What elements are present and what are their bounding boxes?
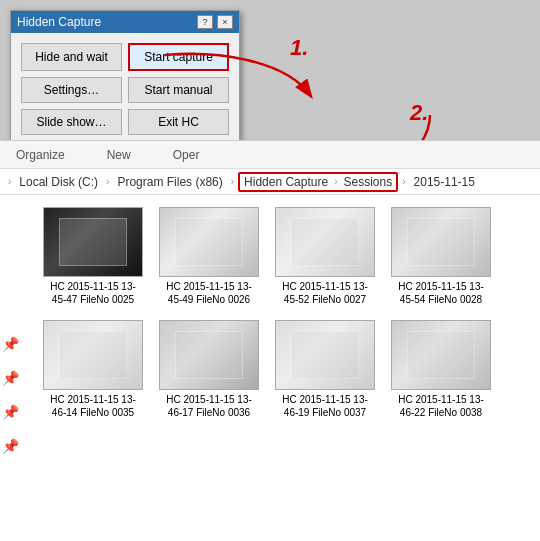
breadcrumb-hidden-capture: Hidden Capture: [244, 175, 328, 189]
pin-icon-1[interactable]: 📌: [2, 336, 19, 352]
file-thumb-inner: [44, 321, 142, 389]
file-label: HC 2015-11-15 13-46-14 FileNo 0035: [43, 393, 143, 419]
file-label: HC 2015-11-15 13-46-17 FileNo 0036: [159, 393, 259, 419]
file-thumbnail: [43, 320, 143, 390]
slide-show-button[interactable]: Slide show…: [21, 109, 122, 135]
pin-icon-4[interactable]: 📌: [2, 438, 19, 454]
file-thumb-inner: [392, 208, 490, 276]
file-item[interactable]: HC 2015-11-15 13-45-54 FileNo 0028: [386, 203, 496, 310]
toolbar-new[interactable]: New: [101, 144, 137, 166]
file-label: HC 2015-11-15 13-46-19 FileNo 0037: [275, 393, 375, 419]
file-grid: HC 2015-11-15 13-45-47 FileNo 0025HC 201…: [30, 195, 540, 431]
breadcrumb-sep-2: ›: [231, 176, 234, 187]
file-thumb-inner: [160, 208, 258, 276]
file-label: HC 2015-11-15 13-45-54 FileNo 0028: [391, 280, 491, 306]
breadcrumb-sessions: Sessions: [343, 175, 392, 189]
breadcrumb-hidden-capture-sessions[interactable]: Hidden Capture › Sessions: [238, 172, 398, 192]
file-label: HC 2015-11-15 13-46-22 FileNo 0038: [391, 393, 491, 419]
file-label: HC 2015-11-15 13-45-52 FileNo 0027: [275, 280, 375, 306]
file-thumb-inner: [160, 321, 258, 389]
breadcrumb-sep-3: ›: [334, 176, 337, 187]
file-item[interactable]: HC 2015-11-15 13-46-19 FileNo 0037: [270, 316, 380, 423]
toolbar-organize[interactable]: Organize: [10, 144, 71, 166]
file-thumbnail: [275, 207, 375, 277]
toolbar-open[interactable]: Oper: [167, 144, 206, 166]
explorer-toolbar: Organize New Oper: [0, 141, 540, 169]
file-item[interactable]: HC 2015-11-15 13-46-22 FileNo 0038: [386, 316, 496, 423]
settings-button[interactable]: Settings…: [21, 77, 122, 103]
hide-wait-button[interactable]: Hide and wait: [21, 43, 122, 71]
breadcrumb-date[interactable]: 2015-11-15: [410, 173, 479, 191]
file-item[interactable]: HC 2015-11-15 13-46-14 FileNo 0035: [38, 316, 148, 423]
exit-hc-button[interactable]: Exit HC: [128, 109, 229, 135]
breadcrumb-separator-0: ›: [8, 176, 11, 187]
file-thumb-inner: [276, 321, 374, 389]
file-item[interactable]: HC 2015-11-15 13-46-17 FileNo 0036: [154, 316, 264, 423]
file-label: HC 2015-11-15 13-45-49 FileNo 0026: [159, 280, 259, 306]
file-thumb-inner: [44, 208, 142, 276]
file-thumb-inner: [276, 208, 374, 276]
pin-icon-2[interactable]: 📌: [2, 370, 19, 386]
file-thumbnail: [43, 207, 143, 277]
file-thumbnail: [275, 320, 375, 390]
pin-icon-3[interactable]: 📌: [2, 404, 19, 420]
breadcrumb-sep-1: ›: [106, 176, 109, 187]
file-item[interactable]: HC 2015-11-15 13-45-49 FileNo 0026: [154, 203, 264, 310]
arrow-label-2: 2.: [410, 100, 428, 126]
breadcrumb: › Local Disk (C:) › Program Files (x86) …: [0, 169, 540, 195]
close-button[interactable]: ×: [217, 15, 233, 29]
dialog-titlebar-controls: ? ×: [197, 15, 233, 29]
arrow-label-1: 1.: [290, 35, 308, 61]
help-button[interactable]: ?: [197, 15, 213, 29]
file-explorer: Organize New Oper › Local Disk (C:) › Pr…: [0, 140, 540, 541]
file-thumb-inner: [392, 321, 490, 389]
dialog-title: Hidden Capture: [17, 15, 101, 29]
file-thumbnail: [159, 320, 259, 390]
file-thumbnail: [159, 207, 259, 277]
dialog-titlebar: Hidden Capture ? ×: [11, 11, 239, 33]
file-item[interactable]: HC 2015-11-15 13-45-52 FileNo 0027: [270, 203, 380, 310]
file-item[interactable]: HC 2015-11-15 13-45-47 FileNo 0025: [38, 203, 148, 310]
pin-strip: 📌 📌 📌 📌: [2, 336, 19, 454]
breadcrumb-program-files[interactable]: Program Files (x86): [113, 173, 226, 191]
file-thumbnail: [391, 207, 491, 277]
breadcrumb-sep-4: ›: [402, 176, 405, 187]
file-thumbnail: [391, 320, 491, 390]
file-label: HC 2015-11-15 13-45-47 FileNo 0025: [43, 280, 143, 306]
breadcrumb-local-disk[interactable]: Local Disk (C:): [15, 173, 102, 191]
